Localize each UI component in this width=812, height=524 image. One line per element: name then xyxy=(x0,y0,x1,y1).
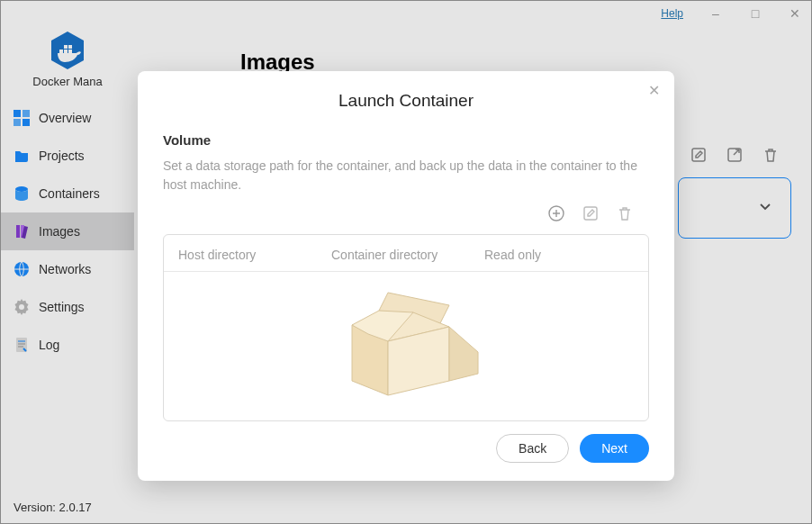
modal-footer: Back Next xyxy=(163,434,649,463)
col-read-only: Read only xyxy=(484,248,634,262)
empty-box-icon xyxy=(316,284,496,410)
volume-table: Host directory Container directory Read … xyxy=(163,234,649,421)
modal-title: Launch Container xyxy=(163,91,649,111)
trash-icon[interactable] xyxy=(617,205,633,225)
col-container-directory: Container directory xyxy=(331,248,484,262)
modal-overlay: ✕ Launch Container Volume Set a data sto… xyxy=(1,1,811,523)
col-host-directory: Host directory xyxy=(178,248,331,262)
volume-table-header: Host directory Container directory Read … xyxy=(164,235,648,272)
launch-container-modal: ✕ Launch Container Volume Set a data sto… xyxy=(138,71,674,481)
edit-icon[interactable] xyxy=(582,205,599,225)
svg-rect-21 xyxy=(584,207,597,220)
add-icon[interactable] xyxy=(548,205,564,225)
section-label: Volume xyxy=(163,132,649,148)
back-button[interactable]: Back xyxy=(496,434,569,463)
svg-marker-26 xyxy=(449,327,478,381)
volume-toolbar xyxy=(163,202,649,234)
close-icon[interactable]: ✕ xyxy=(648,82,660,99)
next-button[interactable]: Next xyxy=(580,434,649,463)
section-description: Set a data storage path for the containe… xyxy=(163,157,649,194)
volume-empty-state xyxy=(164,272,648,420)
